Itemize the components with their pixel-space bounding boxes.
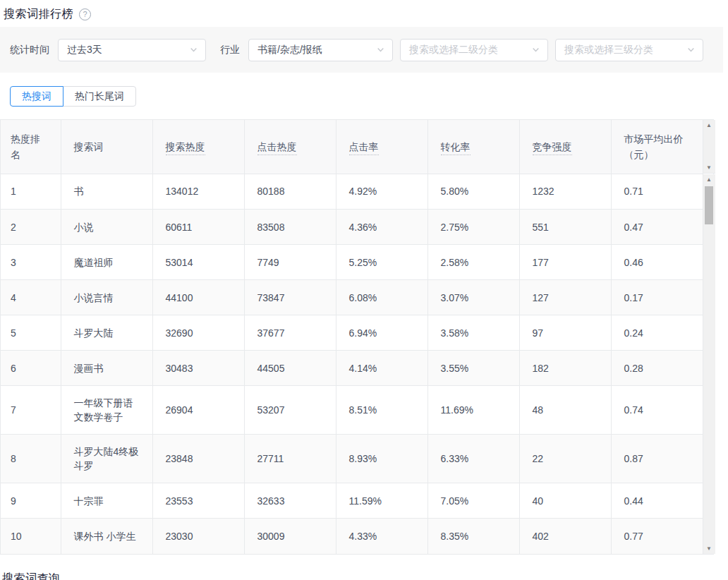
header-scrollbar[interactable]: ▲ ▼	[703, 120, 715, 174]
column-header[interactable]: 搜索热度	[152, 120, 244, 174]
table-cell: 127	[519, 280, 611, 315]
table-cell: 0.28	[611, 351, 703, 386]
help-icon[interactable]: ?	[79, 8, 91, 20]
table-cell: 6.33%	[427, 435, 519, 483]
table-cell: 4.92%	[336, 174, 427, 210]
column-header: 搜索词	[61, 120, 152, 174]
table-cell: 73847	[244, 280, 336, 315]
table-cell: 小说	[61, 210, 152, 245]
scroll-up-icon[interactable]: ▲	[703, 174, 715, 185]
table-cell: 4.14%	[336, 351, 427, 386]
scroll-down-icon[interactable]: ▼	[703, 162, 715, 173]
table-cell: 23553	[152, 483, 244, 519]
header-table: 热度排名搜索词搜索热度点击热度点击率转化率竞争强度市场平均出价（元）	[1, 120, 703, 174]
table-cell: 2.58%	[427, 245, 519, 280]
scroll-down-icon[interactable]: ▼	[703, 543, 715, 554]
table-cell: 26904	[152, 386, 244, 435]
table-cell: 53014	[152, 245, 244, 280]
column-header[interactable]: 点击率	[336, 120, 427, 174]
tab-hot-search-words[interactable]: 热搜词	[10, 86, 63, 107]
column-header[interactable]: 转化率	[427, 120, 519, 174]
table-cell: 134012	[152, 174, 244, 210]
industry-value: 书籍/杂志/报纸	[257, 44, 322, 56]
table-row: 6漫画书30483445054.14%3.55%1820.28	[1, 351, 703, 386]
level3-category-select[interactable]: 搜索或选择三级分类	[555, 39, 703, 61]
table-cell: 551	[519, 210, 611, 245]
table-cell: 177	[519, 245, 611, 280]
table-cell: 7749	[244, 245, 336, 280]
table-cell: 5.80%	[427, 174, 519, 210]
column-header-label: 点击率	[349, 141, 379, 155]
table-cell: 7.05%	[427, 483, 519, 519]
table-cell: 2	[1, 210, 61, 245]
column-header-label: 点击热度	[257, 141, 297, 155]
column-header-label: 转化率	[441, 141, 471, 155]
table-cell: 6	[1, 351, 61, 386]
table-cell: 402	[519, 519, 611, 554]
table-cell: 3.58%	[427, 315, 519, 351]
column-header-label: 热度排名	[11, 133, 40, 160]
column-header[interactable]: 点击热度	[244, 120, 336, 174]
table-cell: 魔道祖师	[61, 245, 152, 280]
scrollbar-thumb[interactable]	[705, 186, 713, 224]
table-cell: 44505	[244, 351, 336, 386]
column-header-label: 搜索词	[74, 141, 104, 152]
column-header: 市场平均出价（元）	[611, 120, 703, 174]
table-cell: 8.93%	[336, 435, 427, 483]
table-cell: 一年级下册语文数学卷子	[61, 386, 152, 435]
industry-filter-label: 行业	[220, 44, 240, 56]
chevron-down-icon	[531, 45, 540, 54]
table-cell: 80188	[244, 174, 336, 210]
table-row: 9十宗罪235533263311.59%7.05%400.44	[1, 483, 703, 519]
table-cell: 0.44	[611, 483, 703, 519]
table-cell: 53207	[244, 386, 336, 435]
table-cell: 0.17	[611, 280, 703, 315]
table-cell: 8.35%	[427, 519, 519, 554]
table-cell: 4.36%	[336, 210, 427, 245]
page-title: 搜索词排行榜	[4, 7, 73, 22]
table-cell: 3.55%	[427, 351, 519, 386]
table-cell: 7	[1, 386, 61, 435]
search-word-ranking-table: 热度排名搜索词搜索热度点击热度点击率转化率竞争强度市场平均出价（元） ▲ ▼ 1…	[0, 119, 714, 555]
table-row: 1书134012801884.92%5.80%12320.71	[1, 174, 703, 210]
table-cell: 0.24	[611, 315, 703, 351]
table-row: 3魔道祖师5301477495.25%2.58%1770.46	[1, 245, 703, 280]
table-cell: 11.59%	[336, 483, 427, 519]
table-cell: 课外书 小学生	[61, 519, 152, 554]
table-cell: 10	[1, 519, 61, 554]
body-table: 1书134012801884.92%5.80%12320.712小说606118…	[1, 174, 703, 554]
industry-select[interactable]: 书籍/杂志/报纸	[248, 39, 393, 61]
table-cell: 27711	[244, 435, 336, 483]
table-cell: 32690	[152, 315, 244, 351]
table-cell: 40	[519, 483, 611, 519]
table-cell: 4	[1, 280, 61, 315]
table-cell: 4.33%	[336, 519, 427, 554]
table-cell: 8	[1, 435, 61, 483]
time-range-value: 过去3天	[67, 44, 102, 56]
chevron-down-icon	[686, 45, 696, 54]
scroll-up-icon[interactable]: ▲	[703, 120, 715, 131]
column-header[interactable]: 竞争强度	[519, 120, 611, 174]
table-row: 10课外书 小学生23030300094.33%8.35%4020.77	[1, 519, 703, 554]
tabs: 热搜词热门长尾词	[10, 86, 728, 107]
table-cell: 0.47	[611, 210, 703, 245]
table-cell: 97	[519, 315, 611, 351]
page: 搜索词排行榜 ? 统计时间 过去3天 行业 书籍/杂志/报纸 搜索或选择二级分类…	[0, 0, 728, 580]
table-cell: 0.87	[611, 435, 703, 483]
time-range-select[interactable]: 过去3天	[58, 39, 206, 61]
table-cell: 1	[1, 174, 61, 210]
table-cell: 8.51%	[336, 386, 427, 435]
table-scrollbar[interactable]: ▲ ▼	[703, 174, 715, 554]
table-cell: 3.07%	[427, 280, 519, 315]
column-header-label: 市场平均出价（元）	[624, 133, 684, 160]
table-cell: 5	[1, 315, 61, 351]
table-cell: 0.77	[611, 519, 703, 554]
tab-hot-long-tail-words[interactable]: 热门长尾词	[63, 86, 136, 107]
table-cell: 1232	[519, 174, 611, 210]
table-cell: 22	[519, 435, 611, 483]
table-cell: 6.08%	[336, 280, 427, 315]
table-cell: 9	[1, 483, 61, 519]
level2-category-select[interactable]: 搜索或选择二级分类	[400, 39, 548, 61]
level3-category-placeholder: 搜索或选择三级分类	[564, 44, 653, 56]
table-cell: 11.69%	[427, 386, 519, 435]
